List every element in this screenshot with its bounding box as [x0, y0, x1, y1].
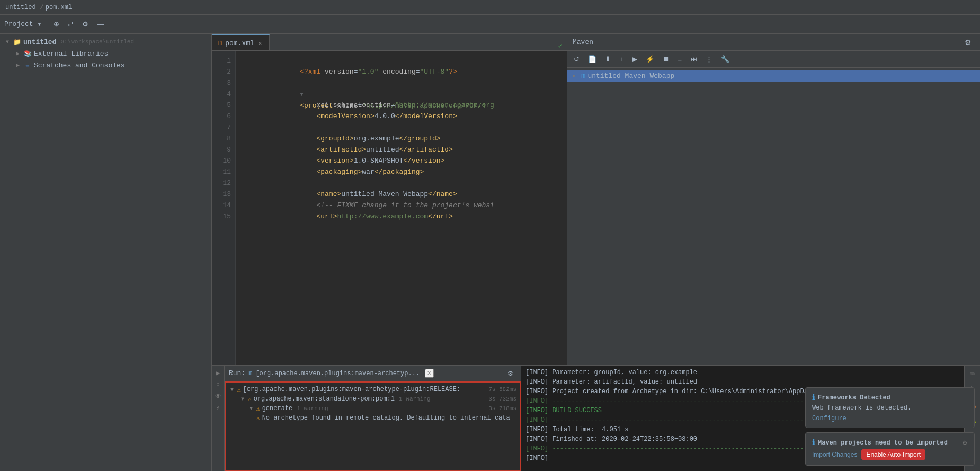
run-tab-close[interactable]: ✕ [425, 369, 434, 378]
notification-maven-actions: Import Changes Enable Auto-Import [812, 449, 968, 460]
run-header: Run: m [org.apache.maven.plugins:maven-a… [225, 366, 521, 381]
run-icon[interactable]: ▶ [213, 368, 223, 378]
editor-maven-layout: m pom.xml ✕ ✓ 1 2 3 4 5 [212, 34, 980, 365]
warn-icon-generate: ⚠ [256, 405, 260, 412]
tree-label-untitled: untitled [23, 38, 56, 46]
editor-area: m pom.xml ✕ ✓ 1 2 3 4 5 [212, 34, 567, 365]
tab-bar: m pom.xml ✕ ✓ [212, 34, 567, 51]
title-separator: / [40, 4, 44, 11]
run-item-generate[interactable]: ▼ ⚠ generate 1 warning 3s 718ms [226, 404, 520, 413]
run-standalone-detail: 1 warning [399, 396, 430, 402]
add-button[interactable]: ⊕ [50, 19, 63, 30]
console-line-1: [INFO] Parameter: groupId, value: org.ex… [525, 368, 960, 377]
tab-xml-icon: m [218, 39, 222, 47]
maven-header: Maven ⚙ [567, 34, 980, 51]
run-tab-label: m [248, 370, 252, 377]
settings-button[interactable]: ⚙ [79, 19, 92, 30]
tree-item-scratches[interactable]: ▶ ✏ Scratches and Consoles [0, 59, 211, 71]
run-item-standalone[interactable]: ▼ ⚠ org.apache.maven:standalone-pom:pom:… [226, 394, 520, 404]
notification-maven: ℹ Maven projects need to be imported ⚙ I… [805, 432, 975, 466]
notification-maven-settings[interactable]: ⚙ [962, 439, 968, 447]
sync-button[interactable]: ⇄ [65, 19, 77, 30]
maven-item-label: untitled Maven Webapp [587, 72, 674, 80]
notification-maven-title: ℹ Maven projects need to be imported ⚙ [812, 438, 968, 447]
notification-area: ℹ Frameworks Detected Web framework is d… [805, 387, 975, 466]
warn-icon-no-archetype: ⚠ [256, 415, 260, 422]
code-content: <?xml version="1.0" encoding="UTF-8"?> ▼… [236, 51, 567, 365]
title-file: pom.xml [46, 4, 72, 11]
run-content: ▼ ⚠ [org.apache.maven.plugins:maven-arch… [225, 381, 521, 471]
notification-frameworks: ℹ Frameworks Detected Web framework is d… [805, 387, 975, 428]
toolbar-sep-1 [46, 19, 46, 30]
maven-title: Maven [573, 38, 593, 46]
tree-label-libraries: External Libraries [34, 50, 108, 58]
maven-run-btn[interactable]: ▶ [629, 54, 640, 65]
tree-label-scratches: Scratches and Consoles [34, 61, 125, 69]
folder-icon-untitled: 📁 [13, 38, 21, 46]
maven-plus-btn[interactable]: + [616, 54, 627, 65]
run-arrow-root: ▼ [229, 386, 235, 393]
run-item-root[interactable]: ▼ ⚠ [org.apache.maven.plugins:maven-arch… [226, 385, 520, 394]
maven-settings-btn[interactable]: ⚙ [961, 37, 975, 48]
warn-icon-root: ⚠ [237, 386, 241, 393]
file-check-icon: ✓ [558, 41, 563, 50]
tree-arrow-untitled: ▼ [4, 39, 11, 45]
maven-stop-btn[interactable]: ⏹ [660, 54, 673, 65]
warn-icon-standalone: ⚠ [248, 396, 252, 403]
sidebar: ▼ 📁 untitled G:\workspace\untitled ▶ 📚 E… [0, 34, 212, 471]
info-icon-frameworks: ℹ [812, 393, 815, 402]
maven-item-webapp[interactable]: ▶ m untitled Maven Webapp [567, 70, 980, 82]
scratches-icon: ✏ [23, 61, 32, 69]
maven-download-btn[interactable]: ⬇ [602, 54, 614, 65]
maven-panel: Maven ⚙ ↺ 📄 ⬇ + ▶ ⚡ ⏹ ≡ ⏭ ⋮ 🔧 [567, 34, 980, 365]
bottom-icon-4[interactable]: ⚡ [213, 403, 223, 413]
tab-pom-xml[interactable]: m pom.xml ✕ [212, 34, 270, 50]
project-dropdown-icon[interactable]: ▾ [38, 20, 42, 29]
run-time-root: 7s 582ms [488, 386, 516, 393]
side-icon-terminal[interactable]: ⌨ [966, 368, 979, 380]
maven-reload-btn[interactable]: ↺ [571, 54, 583, 65]
run-arrow-standalone: ▼ [239, 396, 246, 402]
maven-content: ▶ m untitled Maven Webapp [567, 68, 980, 365]
maven-expand-arrow: ▶ [573, 73, 579, 79]
import-changes-button[interactable]: Import Changes [812, 449, 857, 460]
maven-project-icon: m [581, 72, 585, 80]
scroll-icon[interactable]: ↕ [213, 380, 223, 389]
maven-add-btn[interactable]: 📄 [585, 54, 600, 65]
maven-skip-btn[interactable]: ⏭ [687, 54, 700, 65]
run-label: Run: [229, 369, 245, 377]
minimize-button[interactable]: — [94, 19, 107, 30]
tree-item-untitled[interactable]: ▼ 📁 untitled G:\workspace\untitled [0, 36, 211, 48]
run-item-generate-text: generate [262, 405, 293, 412]
tab-close-pom[interactable]: ✕ [257, 40, 263, 47]
info-icon-maven: ℹ [812, 438, 815, 447]
run-item-no-archetype[interactable]: ⚠ No archetype found in remote catalog. … [226, 413, 520, 423]
run-panel: Run: m [org.apache.maven.plugins:maven-a… [225, 366, 521, 471]
run-item-no-archetype-text: No archetype found in remote catalog. De… [262, 414, 510, 422]
maven-toolbar: ↺ 📄 ⬇ + ▶ ⚡ ⏹ ≡ ⏭ ⋮ 🔧 [567, 51, 980, 68]
notification-frameworks-title: ℹ Frameworks Detected [812, 393, 968, 402]
run-time-generate: 3s 718ms [488, 405, 516, 412]
line-numbers: 1 2 3 4 5 6 7 8 9 10 11 12 13 14 [212, 51, 236, 365]
enable-auto-import-button[interactable]: Enable Auto-Import [861, 449, 925, 460]
tab-label: pom.xml [225, 39, 254, 47]
run-time-standalone: 3s 732ms [488, 396, 516, 402]
tree-path-untitled: G:\workspace\untitled [60, 39, 134, 45]
maven-tree-btn[interactable]: ≡ [675, 54, 685, 65]
run-generate-detail: 1 warning [297, 405, 328, 412]
run-item-root-text: [org.apache.maven.plugins:maven-archetyp… [243, 386, 460, 393]
maven-filter-btn[interactable]: ⋮ [702, 54, 716, 65]
maven-debug-btn[interactable]: ⚡ [643, 54, 657, 65]
bottom-left-icons: ▶ ↕ 👁 ⚡ [212, 366, 225, 471]
run-settings-btn[interactable]: ⚙ [504, 368, 516, 379]
maven-wrench-btn[interactable]: 🔧 [718, 54, 733, 65]
code-line-1: <?xml version="1.0" encoding="UTF-8"?> [242, 55, 560, 66]
notification-frameworks-body: Web framework is detected. [812, 404, 968, 412]
tree-arrow-scratches: ▶ [15, 62, 21, 68]
notification-frameworks-configure[interactable]: Configure [812, 415, 847, 422]
sidebar-content: ▼ 📁 untitled G:\workspace\untitled ▶ 📚 E… [0, 34, 211, 471]
tree-arrow-libraries: ▶ [15, 50, 21, 57]
eye-icon[interactable]: 👁 [213, 392, 223, 401]
code-editor[interactable]: 1 2 3 4 5 6 7 8 9 10 11 12 13 14 [212, 51, 567, 365]
tree-item-external-libraries[interactable]: ▶ 📚 External Libraries [0, 48, 211, 59]
